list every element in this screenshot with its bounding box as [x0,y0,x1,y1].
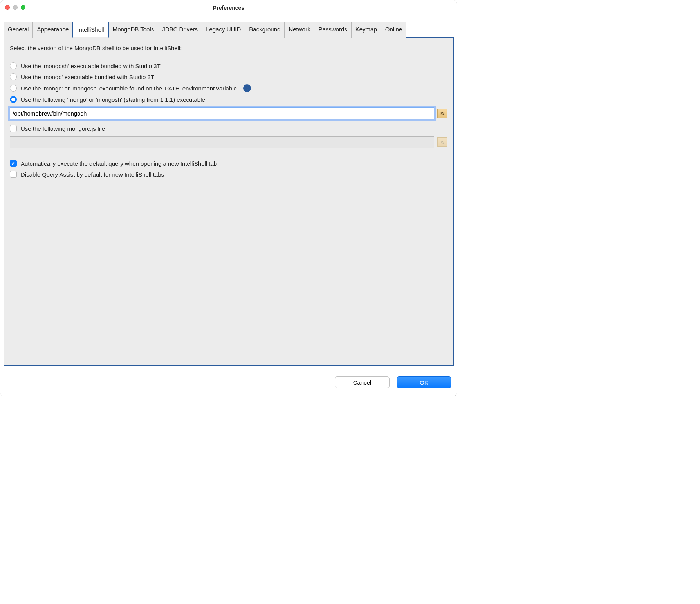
tab-appearance[interactable]: Appearance [32,22,73,38]
tab-jdbc-drivers[interactable]: JDBC Drivers [158,22,202,38]
mongorc-path-row [10,136,447,148]
radio-custom[interactable] [10,96,17,103]
tab-bar: General Appearance IntelliShell MongoDB … [0,22,457,38]
intellishell-panel: Select the version of the MongoDB shell … [4,37,454,366]
tab-network[interactable]: Network [284,22,314,38]
radio-bundled-mongosh-label: Use the 'mongosh' executable bundled wit… [21,63,161,69]
mongorc-checkbox[interactable] [10,125,17,132]
custom-path-input[interactable] [10,107,434,119]
radio-custom-label: Use the following 'mongo' or 'mongosh' (… [21,96,207,103]
folder-search-icon [440,139,445,145]
section-label: Select the version of the MongoDB shell … [10,45,447,51]
svg-line-3 [443,143,444,144]
tab-background[interactable]: Background [245,22,285,38]
disable-assist-label: Disable Query Assist by default for new … [21,171,164,178]
tab-mongodb-tools[interactable]: MongoDB Tools [108,22,159,38]
svg-point-2 [441,141,443,143]
radio-bundled-mongo[interactable] [10,73,17,80]
radio-on-path-label: Use the 'mongo' or 'mongosh' executable … [21,85,237,92]
mongorc-label: Use the following mongorc.js file [21,125,105,132]
custom-path-row [10,107,447,119]
auto-execute-row[interactable]: Automatically execute the default query … [10,158,447,169]
separator [10,154,447,154]
tab-keymap[interactable]: Keymap [351,22,381,38]
auto-execute-checkbox[interactable] [10,160,17,167]
cancel-button[interactable]: Cancel [335,376,390,388]
mongorc-check-row[interactable]: Use the following mongorc.js file [10,123,447,134]
browse-custom-path-button[interactable] [437,109,447,118]
info-icon[interactable]: i [243,84,251,92]
radio-on-path[interactable] [10,85,17,92]
window-title: Preferences [213,5,244,11]
dialog-footer: Cancel OK [0,369,457,396]
content-outer: Select the version of the MongoDB shell … [0,38,457,369]
tab-general[interactable]: General [4,22,33,38]
window-controls [5,5,25,10]
tab-passwords[interactable]: Passwords [314,22,351,38]
auto-execute-label: Automatically execute the default query … [21,160,217,167]
separator [10,56,447,56]
mongorc-path-input [10,136,434,148]
tab-legacy-uuid[interactable]: Legacy UUID [202,22,245,38]
disable-assist-checkbox[interactable] [10,171,17,178]
browse-mongorc-button [437,137,447,147]
radio-bundled-mongosh-row[interactable]: Use the 'mongosh' executable bundled wit… [10,60,447,71]
radio-bundled-mongo-row[interactable]: Use the 'mongo' executable bundled with … [10,71,447,82]
ok-button[interactable]: OK [397,376,451,388]
titlebar: Preferences [0,0,457,15]
close-window-button[interactable] [5,5,10,10]
folder-search-icon [440,110,445,116]
disable-assist-row[interactable]: Disable Query Assist by default for new … [10,169,447,180]
zoom-window-button[interactable] [21,5,25,10]
tab-intellishell[interactable]: IntelliShell [72,22,108,38]
radio-bundled-mongosh[interactable] [10,62,17,69]
minimize-window-button[interactable] [13,5,18,10]
radio-bundled-mongo-label: Use the 'mongo' executable bundled with … [21,74,154,80]
radio-custom-row[interactable]: Use the following 'mongo' or 'mongosh' (… [10,94,447,105]
tab-online[interactable]: Online [381,22,406,38]
radio-on-path-row[interactable]: Use the 'mongo' or 'mongosh' executable … [10,82,447,94]
preferences-window: Preferences General Appearance IntelliSh… [0,0,457,396]
